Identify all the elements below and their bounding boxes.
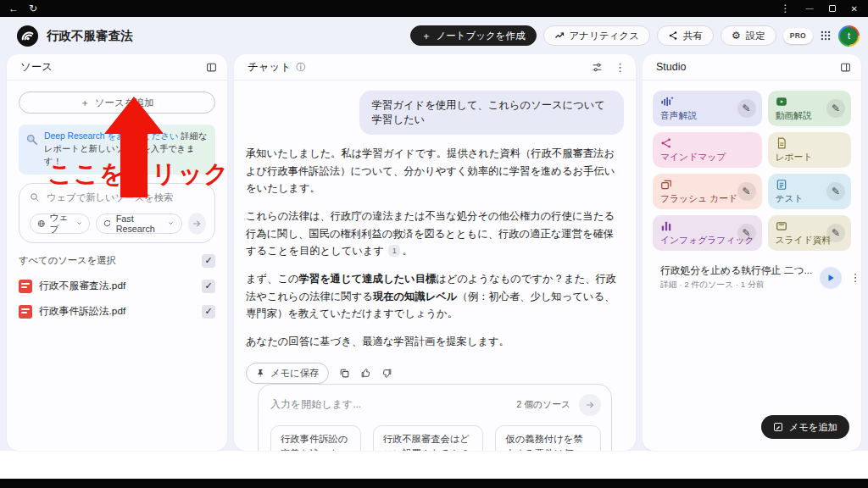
info-icon[interactable]: ⓘ — [296, 61, 305, 74]
tune-icon[interactable] — [592, 62, 603, 73]
audio-item-menu-icon[interactable]: ⋮ — [849, 271, 860, 284]
edit-flashcards-button[interactable]: ✎ — [737, 182, 756, 201]
apps-grid-icon[interactable] — [820, 30, 832, 42]
copy-icon[interactable] — [339, 368, 350, 379]
chevron-down-icon — [76, 219, 82, 227]
pencil-icon: ✎ — [742, 186, 750, 197]
select-all-checkbox[interactable]: ✓ — [202, 254, 215, 268]
pdf-icon — [19, 280, 32, 293]
window-close-icon[interactable]: ✕ — [851, 4, 858, 14]
edit-slides-button[interactable]: ✎ — [826, 224, 845, 242]
gear-icon: ⚙ — [732, 30, 741, 42]
chat-panel: チャット ⓘ ⋮ 学習ガイドを使用して、これらのソースについて学習したい 承知い… — [234, 54, 636, 451]
notebooklm-app: 行政不服審査法 ＋ ノートブックを作成 アナリティクス 共有 ⚙ 設定 — [0, 17, 868, 451]
video-icon — [776, 96, 787, 108]
add-source-button[interactable]: ＋ ソースを追加 — [19, 92, 215, 114]
source-item[interactable]: 行政不服審査法.pdf ✓ — [19, 280, 215, 293]
source-checkbox[interactable]: ✓ — [202, 305, 215, 319]
chat-input[interactable]: 入力を開始します... — [270, 397, 361, 412]
create-notebook-button[interactable]: ＋ ノートブックを作成 — [410, 25, 537, 46]
play-icon — [826, 274, 835, 282]
app-header: 行政不服審査法 ＋ ノートブックを作成 アナリティクス 共有 ⚙ 設定 — [0, 17, 868, 54]
assistant-paragraph: まず、この学習を通じて達成したい目標はどのようなものですか？また、行政法やこれら… — [246, 270, 624, 323]
pencil-icon: ✎ — [832, 186, 840, 197]
globe-icon — [37, 219, 46, 229]
window-restore-icon[interactable] — [829, 5, 836, 12]
web-source-dropdown[interactable]: ウェブ — [30, 214, 90, 234]
notebook-title[interactable]: 行政不服審査法 — [47, 28, 133, 44]
quiz-icon — [776, 179, 787, 191]
edit-infographic-button[interactable]: ✎ — [737, 224, 756, 242]
source-checkbox[interactable]: ✓ — [202, 280, 215, 293]
bottom-letterbox-bar — [0, 479, 868, 488]
source-item[interactable]: 行政事件訴訟法.pdf ✓ — [19, 305, 215, 319]
research-mode-dropdown[interactable]: Fast Research — [96, 214, 182, 234]
infographic-card[interactable]: インフォグラフィック ✎ — [653, 215, 762, 251]
assistant-paragraph: 承知いたしました。私は学習ガイドです。提供された資料（行政不服審査法および行政事… — [246, 145, 624, 197]
account-avatar[interactable]: t — [838, 25, 860, 47]
bar-chart-icon — [660, 220, 672, 232]
chevron-down-icon — [168, 219, 174, 227]
mind-map-card[interactable]: マインドマップ — [653, 132, 762, 168]
edit-quiz-button[interactable]: ✎ — [826, 182, 845, 201]
web-search-box: ウェブで新しいソースを検索 ウェブ Fast Research — [19, 183, 215, 243]
audio-item-meta: 詳細 · 2 件のソース · 1 分前 — [660, 280, 812, 291]
arrow-right-icon — [192, 219, 202, 229]
browser-menu-icon[interactable]: ⋮ — [781, 3, 791, 14]
edit-audio-button[interactable]: ✎ — [737, 99, 756, 118]
web-search-input[interactable]: ウェブで新しいソースを検索 — [47, 191, 173, 204]
collapse-panel-icon[interactable] — [206, 62, 217, 73]
slides-card[interactable]: スライド資料 ✎ — [768, 215, 852, 251]
save-to-note-button[interactable]: メモに保存 — [246, 363, 329, 384]
settings-button[interactable]: ⚙ 設定 — [721, 25, 776, 46]
play-button[interactable] — [820, 267, 842, 289]
chat-panel-title: チャット — [248, 60, 291, 75]
waveform-icon — [660, 96, 674, 108]
citation-badge[interactable]: 1 — [388, 245, 400, 257]
pin-icon — [256, 369, 265, 378]
select-all-label: すべてのソースを選択 — [19, 254, 116, 267]
search-submit-button[interactable] — [188, 213, 206, 235]
notebooklm-logo-icon — [16, 25, 39, 47]
pencil-icon: ✎ — [832, 227, 840, 239]
note-icon — [773, 422, 783, 432]
thumbs-down-icon[interactable] — [381, 368, 392, 379]
add-note-button[interactable]: メモを追加 — [761, 415, 849, 439]
magnifier-icon — [25, 133, 38, 146]
suggested-question[interactable]: 行政不服審査会はどこに設置されるか？ — [373, 425, 484, 451]
audio-overview-item[interactable]: 行政処分を止める執行停止 二つ... 詳細 · 2 件のソース · 1 分前 ⋮ — [653, 264, 851, 291]
flashcards-card[interactable]: フラッシュ カード ✎ — [653, 174, 762, 209]
check-icon: ✓ — [204, 280, 212, 291]
video-overview-card[interactable]: 動画解説 ✎ — [768, 91, 852, 126]
browser-reload-icon[interactable]: ↻ — [29, 3, 37, 14]
report-card[interactable]: レポート — [768, 132, 852, 168]
trending-up-icon — [554, 30, 565, 41]
studio-panel-title: Studio — [656, 61, 686, 73]
assistant-paragraph: あなたの回答に基づき、最適な学習計画を提案します。 — [246, 333, 624, 351]
search-icon — [30, 192, 40, 202]
annotation-click-here-label: ここをクリック — [47, 158, 230, 191]
window-minimize-icon[interactable]: — — [806, 4, 814, 13]
share-button[interactable]: 共有 — [657, 25, 714, 46]
browser-back-icon[interactable]: ← — [8, 3, 19, 14]
analytics-button[interactable]: アナリティクス — [543, 25, 650, 46]
check-icon: ✓ — [204, 306, 212, 317]
suggested-question[interactable]: 行政事件訴訟の定義を述べよ。 — [270, 425, 361, 451]
pro-badge: PRO — [783, 28, 813, 44]
chat-menu-icon[interactable]: ⋮ — [615, 61, 626, 74]
collapse-panel-icon[interactable] — [840, 62, 851, 73]
thumbs-up-icon[interactable] — [360, 368, 371, 379]
audio-item-title: 行政処分を止める執行停止 二つ... — [660, 264, 812, 278]
send-message-button[interactable] — [579, 394, 601, 416]
sources-panel: ソース ＋ ソースを追加 Deep Research をお試しください 詳細なレ… — [7, 54, 227, 451]
suggested-question[interactable]: 仮の義務付けを禁止する要件は何か。 — [495, 425, 601, 451]
browser-chrome: ← ↻ ⋮ — ✕ — [0, 0, 868, 17]
share-icon — [668, 30, 678, 41]
source-count: 2 個のソース — [516, 399, 570, 411]
flashcards-icon — [660, 179, 672, 191]
edit-video-button[interactable]: ✎ — [826, 99, 845, 118]
audio-overview-card[interactable]: 音声解説 ✎ — [653, 91, 762, 126]
quiz-card[interactable]: テスト ✎ — [768, 174, 852, 209]
sparkle-search-icon — [103, 219, 112, 229]
screen: ← ↻ ⋮ — ✕ 行政不服審査法 ＋ ノートブックを作成 — [0, 0, 868, 488]
